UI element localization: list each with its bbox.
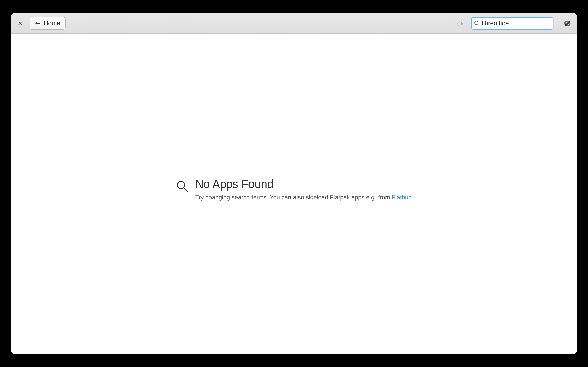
svg-line-6: [461, 24, 463, 25]
svg-line-7: [461, 25, 462, 26]
svg-line-10: [457, 24, 458, 25]
empty-subtitle: Try changing search terms. You can also …: [195, 194, 412, 201]
loading-spinner: [456, 20, 464, 27]
search-large-icon: [176, 180, 188, 192]
empty-text: No Apps Found Try changing search terms.…: [195, 177, 412, 201]
close-button[interactable]: [16, 19, 25, 28]
svg-line-19: [184, 188, 187, 191]
svg-line-13: [458, 21, 459, 22]
content-area: No Apps Found Try changing search terms.…: [11, 34, 577, 354]
header-bar: Home: [11, 13, 577, 34]
search-box[interactable]: [471, 17, 553, 30]
empty-state: No Apps Found Try changing search terms.…: [176, 177, 412, 201]
search-icon: [474, 20, 480, 26]
home-button[interactable]: Home: [30, 17, 66, 30]
maximize-button[interactable]: [563, 19, 572, 28]
svg-line-15: [478, 24, 479, 26]
empty-title: No Apps Found: [195, 177, 412, 191]
empty-subtitle-text: Try changing search terms. You can also …: [195, 194, 392, 201]
close-icon: [18, 21, 23, 26]
svg-line-4: [461, 22, 463, 23]
maximize-icon: [565, 21, 571, 26]
arrow-left-icon: [35, 21, 41, 26]
app-window: Home: [11, 13, 577, 354]
search-input[interactable]: [482, 20, 561, 27]
flathub-link[interactable]: Flathub: [392, 194, 412, 201]
spinner-icon: [456, 20, 464, 27]
svg-line-12: [457, 22, 458, 23]
svg-line-9: [458, 25, 459, 26]
home-label: Home: [44, 20, 60, 27]
svg-line-3: [461, 21, 462, 22]
